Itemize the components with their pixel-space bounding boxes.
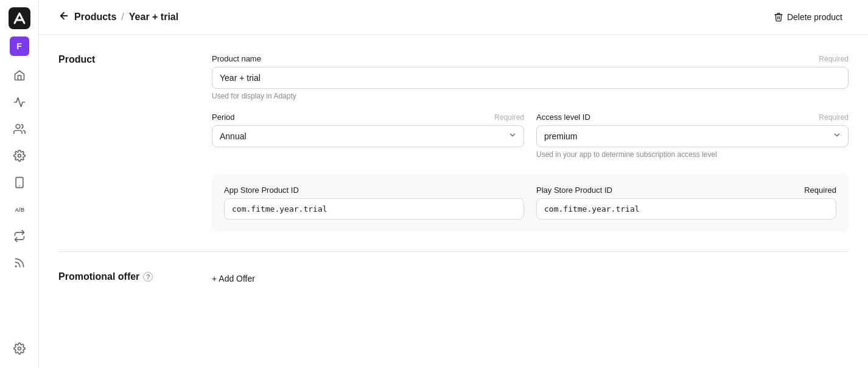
sidebar-item-ab-test[interactable]: A/B <box>7 197 32 221</box>
content-area: Product Product name Required Used for d… <box>39 35 868 368</box>
svg-rect-0 <box>9 7 30 29</box>
period-group: Period Required Annual Monthly Weekly Da… <box>212 113 524 159</box>
header: Products / Year + trial Delete product <box>39 0 868 35</box>
access-level-label: Access level ID <box>536 113 590 122</box>
sidebar-item-users[interactable] <box>7 117 32 141</box>
svg-rect-3 <box>16 178 23 188</box>
period-required: Required <box>494 113 524 122</box>
product-name-required: Required <box>819 55 849 63</box>
breadcrumb: Products / Year + trial <box>58 10 178 24</box>
trash-icon <box>774 12 783 22</box>
app-logo[interactable] <box>9 7 30 29</box>
play-store-id-input[interactable] <box>536 198 836 220</box>
delete-product-button[interactable]: Delete product <box>768 9 849 26</box>
add-offer-label: + Add Offer <box>212 274 255 283</box>
promotional-offer-title-container: Promotional offer ? <box>58 271 192 286</box>
store-ids-row: App Store Product ID Play Store Product … <box>224 186 836 220</box>
sidebar-item-mobile[interactable] <box>7 170 32 195</box>
promotional-offer-title: Promotional offer <box>58 271 139 282</box>
access-level-select[interactable]: premium basic pro <box>536 125 849 147</box>
app-store-id-group: App Store Product ID <box>224 186 524 220</box>
product-name-label: Product name <box>212 54 261 63</box>
sidebar-item-home[interactable] <box>7 63 32 88</box>
svg-point-7 <box>18 347 21 350</box>
product-name-group: Product name Required Used for display i… <box>212 54 849 100</box>
sidebar: F A/B <box>0 0 39 368</box>
main-content: Products / Year + trial Delete product P… <box>39 0 868 368</box>
play-store-id-group: Play Store Product ID Required <box>536 186 836 220</box>
sidebar-item-analytics[interactable] <box>7 90 32 114</box>
app-store-id-label: App Store Product ID <box>224 186 299 195</box>
svg-point-1 <box>16 125 20 129</box>
svg-point-6 <box>15 266 16 267</box>
play-store-id-label-row: Play Store Product ID Required <box>536 186 836 195</box>
access-level-group: Access level ID Required premium basic p… <box>536 113 849 159</box>
product-section-title: Product <box>58 54 192 232</box>
sidebar-item-transfer[interactable] <box>7 224 32 248</box>
product-name-input[interactable] <box>212 67 849 89</box>
add-offer-button[interactable]: + Add Offer <box>212 271 255 286</box>
play-store-id-label: Play Store Product ID <box>536 186 612 195</box>
sidebar-bottom <box>7 336 32 361</box>
product-fields: Product name Required Used for display i… <box>212 54 849 232</box>
period-select-wrapper: Annual Monthly Weekly Daily Lifetime <box>212 125 524 147</box>
breadcrumb-separator: / <box>121 12 124 23</box>
promotional-offer-fields: + Add Offer <box>212 271 849 286</box>
breadcrumb-parent[interactable]: Products <box>74 12 116 23</box>
back-button[interactable] <box>58 10 69 24</box>
delete-product-label: Delete product <box>787 12 842 22</box>
period-select[interactable]: Annual Monthly Weekly Daily Lifetime <box>212 125 524 147</box>
period-label-row: Period Required <box>212 113 524 122</box>
access-level-label-row: Access level ID Required <box>536 113 849 122</box>
svg-point-2 <box>18 154 21 158</box>
access-level-select-wrapper: premium basic pro <box>536 125 849 147</box>
period-access-row: Period Required Annual Monthly Weekly Da… <box>212 113 849 171</box>
app-store-id-input[interactable] <box>224 198 524 220</box>
product-name-hint: Used for display in Adapty <box>212 92 849 100</box>
svg-text:A/B: A/B <box>15 207 24 213</box>
access-level-hint: Used in your app to determine subscripti… <box>536 150 849 159</box>
period-label: Period <box>212 113 235 122</box>
product-name-label-row: Product name Required <box>212 54 849 63</box>
app-store-id-label-row: App Store Product ID <box>224 186 524 195</box>
sidebar-item-gear[interactable] <box>7 144 32 168</box>
promotional-offer-title-row: Promotional offer ? <box>58 271 192 282</box>
sidebar-item-feed[interactable] <box>7 251 32 275</box>
access-level-required: Required <box>819 113 849 122</box>
store-ids-section: App Store Product ID Play Store Product … <box>212 173 849 232</box>
product-section: Product Product name Required Used for d… <box>58 35 849 252</box>
play-store-id-required: Required <box>804 186 836 195</box>
help-icon[interactable]: ? <box>143 272 153 282</box>
breadcrumb-current: Year + trial <box>129 12 178 23</box>
avatar[interactable]: F <box>10 36 29 56</box>
sidebar-item-settings[interactable] <box>7 336 32 361</box>
promotional-offer-section: Promotional offer ? + Add Offer <box>58 252 849 305</box>
